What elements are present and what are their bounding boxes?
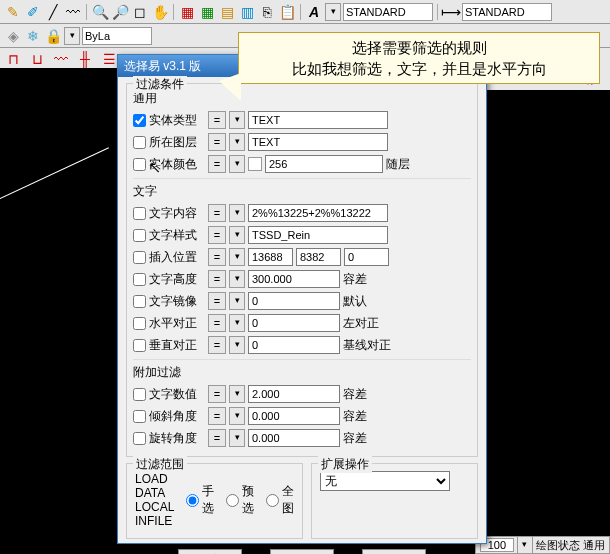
h-align-checkbox[interactable] bbox=[133, 317, 146, 330]
rotate-angle-input[interactable] bbox=[248, 429, 340, 447]
table-icon[interactable]: ▤ bbox=[218, 3, 236, 21]
insert-pos-y-input[interactable] bbox=[296, 248, 341, 266]
text-num-dd-icon[interactable]: ▾ bbox=[229, 385, 245, 403]
text-mirror-dd-icon[interactable]: ▾ bbox=[229, 292, 245, 310]
v-align-label: 垂直对正 bbox=[149, 337, 205, 354]
text-style-input[interactable] bbox=[248, 226, 388, 244]
range-preselect-radio[interactable]: 预选 bbox=[226, 472, 254, 528]
dim-icon[interactable]: ⟼ bbox=[442, 3, 460, 21]
entity-type-op[interactable]: = bbox=[208, 111, 226, 129]
layers-icon[interactable]: ▦ bbox=[178, 3, 196, 21]
text-content-dd-icon[interactable]: ▾ bbox=[229, 204, 245, 222]
text-mirror-op[interactable]: = bbox=[208, 292, 226, 310]
h-align-input[interactable] bbox=[248, 314, 340, 332]
text-num-input[interactable] bbox=[248, 385, 340, 403]
h-align-dd-icon[interactable]: ▾ bbox=[229, 314, 245, 332]
tool-icon-5[interactable]: ☰ bbox=[100, 50, 118, 68]
layer-dd-icon[interactable]: ▾ bbox=[229, 133, 245, 151]
tool-icon-2[interactable]: ⊔ bbox=[28, 50, 46, 68]
paste-icon[interactable]: 📋 bbox=[278, 3, 296, 21]
text-style-checkbox[interactable] bbox=[133, 229, 146, 242]
v-align-op[interactable]: = bbox=[208, 336, 226, 354]
text-dropdown-icon[interactable]: ▾ bbox=[325, 3, 341, 21]
insert-pos-op[interactable]: = bbox=[208, 248, 226, 266]
text-style-select[interactable] bbox=[343, 3, 433, 21]
bylayer-select[interactable] bbox=[82, 27, 152, 45]
insert-pos-x-input[interactable] bbox=[248, 248, 293, 266]
text-height-input[interactable] bbox=[248, 270, 340, 288]
insert-pos-dd-icon[interactable]: ▾ bbox=[229, 248, 245, 266]
text-section-label: 文字 bbox=[133, 183, 471, 200]
rotate-angle-checkbox[interactable] bbox=[133, 432, 146, 445]
insert-pos-z-input[interactable] bbox=[344, 248, 389, 266]
text-a-icon[interactable]: A bbox=[305, 3, 323, 21]
zoom-out-icon[interactable]: 🔎 bbox=[111, 3, 129, 21]
entity-type-input[interactable] bbox=[248, 111, 388, 129]
h-align-op[interactable]: = bbox=[208, 314, 226, 332]
text-content-op[interactable]: = bbox=[208, 204, 226, 222]
cancel-button[interactable]: 取消 bbox=[270, 549, 334, 554]
zoom-window-icon[interactable]: ◻ bbox=[131, 3, 149, 21]
tilt-angle-checkbox[interactable] bbox=[133, 410, 146, 423]
text-num-checkbox[interactable] bbox=[133, 388, 146, 401]
rotate-angle-label: 旋转角度 bbox=[149, 430, 205, 447]
text-content-input[interactable] bbox=[248, 204, 388, 222]
status-dd-icon[interactable]: ▾ bbox=[517, 536, 533, 554]
text-mirror-checkbox[interactable] bbox=[133, 295, 146, 308]
text-height-checkbox[interactable] bbox=[133, 273, 146, 286]
rotate-angle-op[interactable]: = bbox=[208, 429, 226, 447]
layer-op[interactable]: = bbox=[208, 133, 226, 151]
text-num-op[interactable]: = bbox=[208, 385, 226, 403]
text-mirror-input[interactable] bbox=[248, 292, 340, 310]
props-icon[interactable]: ▥ bbox=[238, 3, 256, 21]
tilt-angle-op[interactable]: = bbox=[208, 407, 226, 425]
entity-type-dd-icon[interactable]: ▾ bbox=[229, 111, 245, 129]
color-dd-icon[interactable]: ▾ bbox=[229, 155, 245, 173]
grid-icon[interactable]: ▦ bbox=[198, 3, 216, 21]
tilt-angle-input[interactable] bbox=[248, 407, 340, 425]
text-style-row: 文字样式 = ▾ bbox=[133, 225, 471, 245]
tool-icon-4[interactable]: ╫ bbox=[76, 50, 94, 68]
ok-button[interactable]: 确定 bbox=[178, 549, 242, 554]
about-button[interactable]: 关于 bbox=[362, 549, 426, 554]
layer-checkbox[interactable] bbox=[133, 136, 146, 149]
dim-style-select[interactable] bbox=[462, 3, 552, 21]
entity-type-checkbox[interactable] bbox=[133, 114, 146, 127]
layer-dropdown-icon[interactable]: ▾ bbox=[64, 27, 80, 45]
v-align-input[interactable] bbox=[248, 336, 340, 354]
layer-input[interactable] bbox=[248, 133, 388, 151]
text-style-dd-icon[interactable]: ▾ bbox=[229, 226, 245, 244]
text-content-checkbox[interactable] bbox=[133, 207, 146, 220]
text-style-label: 文字样式 bbox=[149, 227, 205, 244]
text-mirror-suffix: 默认 bbox=[343, 293, 393, 310]
zoom-in-icon[interactable]: 🔍 bbox=[91, 3, 109, 21]
color-checkbox[interactable] bbox=[133, 158, 146, 171]
range-manual-radio[interactable]: 手选 bbox=[186, 472, 214, 528]
separator bbox=[300, 4, 301, 20]
extend-group-label: 扩展操作 bbox=[318, 456, 372, 473]
range-all-radio[interactable]: 全图 bbox=[266, 472, 294, 528]
layer-icon[interactable]: ◈ bbox=[4, 27, 22, 45]
lock-icon[interactable]: 🔒 bbox=[44, 27, 62, 45]
pencil-icon[interactable]: ✎ bbox=[4, 3, 22, 21]
text-height-dd-icon[interactable]: ▾ bbox=[229, 270, 245, 288]
text-height-op[interactable]: = bbox=[208, 270, 226, 288]
color-input[interactable] bbox=[265, 155, 383, 173]
tool-icon-1[interactable]: ⊓ bbox=[4, 50, 22, 68]
insert-pos-checkbox[interactable] bbox=[133, 251, 146, 264]
freeze-icon[interactable]: ❄ bbox=[24, 27, 42, 45]
rotate-angle-dd-icon[interactable]: ▾ bbox=[229, 429, 245, 447]
color-op[interactable]: = bbox=[208, 155, 226, 173]
extend-select[interactable]: 无 bbox=[320, 471, 450, 491]
v-align-checkbox[interactable] bbox=[133, 339, 146, 352]
curve-icon[interactable]: 〰 bbox=[64, 3, 82, 21]
pan-icon[interactable]: ✋ bbox=[151, 3, 169, 21]
layer-label: 所在图层 bbox=[149, 134, 205, 151]
line-icon[interactable]: ╱ bbox=[44, 3, 62, 21]
v-align-dd-icon[interactable]: ▾ bbox=[229, 336, 245, 354]
tool-icon-3[interactable]: 〰 bbox=[52, 50, 70, 68]
text-style-op[interactable]: = bbox=[208, 226, 226, 244]
brush-icon[interactable]: ✐ bbox=[24, 3, 42, 21]
copy-icon[interactable]: ⎘ bbox=[258, 3, 276, 21]
tilt-angle-dd-icon[interactable]: ▾ bbox=[229, 407, 245, 425]
